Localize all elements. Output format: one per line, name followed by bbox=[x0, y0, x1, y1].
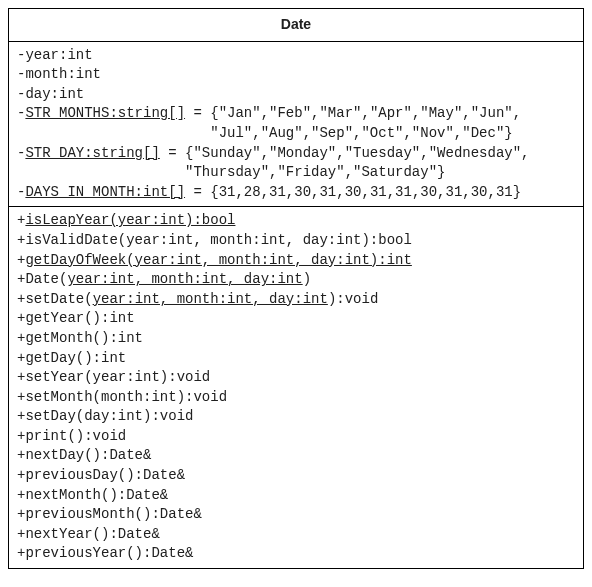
method-isvaliddate: +isValidDate(year:int, month:int, day:in… bbox=[17, 231, 575, 251]
method-previousday: +previousDay():Date& bbox=[17, 466, 575, 486]
method-setmonth: +setMonth(month:int):void bbox=[17, 388, 575, 408]
method-isleapyear: +isLeapYear(year:int):bool bbox=[17, 211, 575, 231]
method-previousmonth: +previousMonth():Date& bbox=[17, 505, 575, 525]
method-print: +print():void bbox=[17, 427, 575, 447]
attr-days-in-month: -DAYS IN MONTH:int[] = {31,28,31,30,31,3… bbox=[17, 183, 575, 203]
attr-str-day: -STR DAY:string[] = {"Sunday","Monday","… bbox=[17, 144, 575, 164]
attr-year: -year:int bbox=[17, 46, 575, 66]
method-getmonth: +getMonth():int bbox=[17, 329, 575, 349]
method-nextmonth: +nextMonth():Date& bbox=[17, 486, 575, 506]
method-getdayofweek: +getDayOfWeek(year:int, month:int, day:i… bbox=[17, 251, 575, 271]
attr-str-months: -STR MONTHS:string[] = {"Jan","Feb","Mar… bbox=[17, 104, 575, 124]
method-getday: +getDay():int bbox=[17, 349, 575, 369]
class-name: Date bbox=[281, 16, 311, 32]
method-previousyear: +previousYear():Date& bbox=[17, 544, 575, 564]
method-constructor: +Date(year:int, month:int, day:int) bbox=[17, 270, 575, 290]
method-setday: +setDay(day:int):void bbox=[17, 407, 575, 427]
attr-month: -month:int bbox=[17, 65, 575, 85]
method-nextyear: +nextYear():Date& bbox=[17, 525, 575, 545]
attr-str-months-cont: "Jul","Aug","Sep","Oct","Nov","Dec"} bbox=[17, 124, 575, 144]
attributes-section: -year:int -month:int -day:int -STR MONTH… bbox=[9, 42, 583, 208]
method-nextday: +nextDay():Date& bbox=[17, 446, 575, 466]
method-getyear: +getYear():int bbox=[17, 309, 575, 329]
uml-class-box: Date -year:int -month:int -day:int -STR … bbox=[8, 8, 584, 569]
method-setdate: +setDate(year:int, month:int, day:int):v… bbox=[17, 290, 575, 310]
method-setyear: +setYear(year:int):void bbox=[17, 368, 575, 388]
attr-day: -day:int bbox=[17, 85, 575, 105]
attr-str-day-cont: "Thursday","Friday","Saturday"} bbox=[17, 163, 575, 183]
methods-section: +isLeapYear(year:int):bool +isValidDate(… bbox=[9, 207, 583, 568]
class-name-section: Date bbox=[9, 9, 583, 42]
